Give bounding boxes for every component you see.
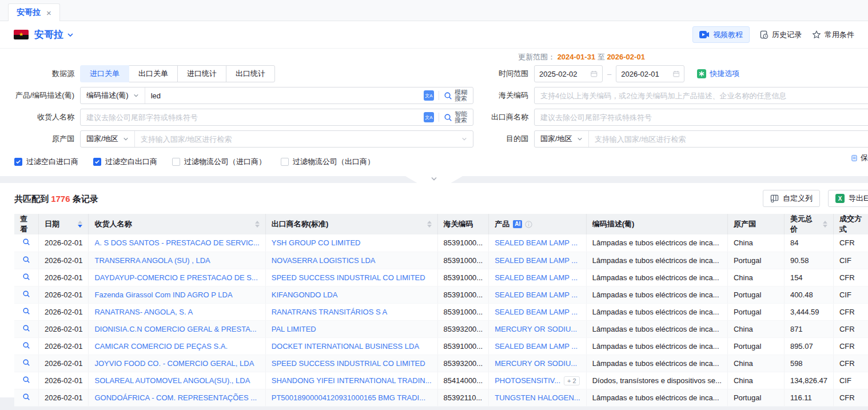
cell-product-link[interactable]: MERCURY OR SODIU... xyxy=(495,325,577,333)
cell-product-link[interactable]: SEALED BEAM LAMP ... xyxy=(495,308,578,316)
customize-columns-button[interactable]: 自定义列 xyxy=(763,190,820,207)
sort-icon[interactable] xyxy=(78,221,82,228)
data-source-tab-0[interactable]: 进口关单 xyxy=(80,65,129,82)
product-keyword-input[interactable] xyxy=(145,87,424,104)
cell-product-link[interactable]: MERCURY OR SODIU... xyxy=(495,359,577,368)
cell-origin-country: Portugal xyxy=(734,256,761,265)
col-header-1[interactable]: 日期 xyxy=(38,214,89,234)
product-field-select[interactable]: 编码描述(葡) xyxy=(81,87,145,104)
col-header-2[interactable]: 收货人名称 xyxy=(89,214,265,234)
col-header-3[interactable]: 出口商名称(标准) xyxy=(265,214,437,234)
col-header-8[interactable]: 美元总价 xyxy=(784,214,833,234)
translate-icon[interactable]: 文A xyxy=(424,112,434,122)
cell-exporter-link[interactable]: NOVASERRA LOGISTICS LDA xyxy=(272,256,376,265)
translate-icon[interactable]: 文A xyxy=(424,90,434,101)
favorites-button[interactable]: 常用条件 xyxy=(812,30,854,40)
smart-search-button[interactable]: 智能搜索 xyxy=(444,111,473,124)
cell-consignee-link[interactable]: TRANSERRA ANGOLA (SU) , LDA xyxy=(94,256,210,265)
cell-consignee-link[interactable]: DAYDAYUP-COMERCIO E PRESTACAO DE S... xyxy=(94,273,257,282)
destination-country-select[interactable]: 国家/地区 xyxy=(535,131,589,147)
view-detail-icon[interactable] xyxy=(22,393,30,401)
cell-consignee-link[interactable]: GONDOÁFRICA - COM. REPRESENTAÇÕES ... xyxy=(94,393,257,402)
chevron-down-icon[interactable] xyxy=(67,31,74,38)
tab-angola[interactable]: 安哥拉 × xyxy=(8,3,60,21)
cell-consignee-link[interactable]: JOYVIO FOOD CO. - COMERCIO GERAL, LDA xyxy=(94,359,254,368)
tab-close-icon[interactable]: × xyxy=(46,8,51,18)
filter-checkbox-0[interactable]: 过滤空白进口商 xyxy=(14,157,78,167)
cell-product-link[interactable]: SEALED BEAM LAMP ... xyxy=(495,238,578,247)
end-date-value[interactable] xyxy=(621,70,669,78)
origin-country-input[interactable] xyxy=(135,131,461,147)
data-source-tab-1[interactable]: 出口关单 xyxy=(129,65,178,82)
cell-consignee-link[interactable]: SOLAREAL AUTOMOVEL ANGOLA(SU)., LDA xyxy=(94,376,250,385)
cell-exporter-link[interactable]: SPEED SUCCESS INDUSTRIAL CO LIMITED xyxy=(272,359,425,368)
chevron-down-icon[interactable] xyxy=(461,135,473,144)
checkbox-label: 过滤空白出口商 xyxy=(105,157,157,167)
filter-checkbox-2[interactable]: 过滤物流公司（进口商） xyxy=(172,157,266,167)
start-date-input[interactable] xyxy=(534,65,603,82)
destination-country-input[interactable] xyxy=(589,131,868,147)
cell-trade-terms: CIF xyxy=(839,376,851,385)
exporter-input[interactable] xyxy=(535,113,868,122)
cell-consignee-link[interactable]: CAMICAR COMERCIO DE PEÇAS S.A. xyxy=(94,342,228,351)
info-icon[interactable] xyxy=(525,221,532,228)
quick-options-button[interactable]: 快捷选项 xyxy=(697,69,739,79)
origin-country-select[interactable]: 国家/地区 xyxy=(81,131,135,147)
cell-consignee-link[interactable]: A. S DOS SANTOS - PRESTACAO DE SERVIC... xyxy=(94,238,259,247)
export-excel-button[interactable]: X 导出Exc xyxy=(828,190,868,207)
consignee-input[interactable] xyxy=(81,109,424,125)
data-source-tab-2[interactable]: 进口统计 xyxy=(177,65,226,82)
cell-product-link[interactable]: PHOTOSENSITIV... xyxy=(495,376,560,385)
col-header-label: 编码描述(葡) xyxy=(592,219,635,229)
sort-icon[interactable] xyxy=(823,221,827,228)
cell-exporter-link[interactable]: PT50018900004120931000165 BMG TRADI... xyxy=(272,393,425,402)
view-detail-icon[interactable] xyxy=(22,307,30,315)
product-label: 产品/编码描述(葡) xyxy=(0,90,80,101)
cell-consignee-link[interactable]: Fazenda Girassol Com IND AGRO P LDA xyxy=(94,290,232,299)
view-detail-icon[interactable] xyxy=(22,273,30,281)
fuzzy-search-button[interactable]: 模糊搜索 xyxy=(444,89,473,102)
cell-consignee-link[interactable]: DIONISIA.C.N COMERCIO GERAL & PRESTA... xyxy=(94,325,256,333)
cell-exporter-link[interactable]: KIFANGONDO LDA xyxy=(272,290,338,299)
cell-product-link[interactable]: SEALED BEAM LAMP ... xyxy=(495,256,578,265)
video-tutorial-button[interactable]: 视频教程 xyxy=(692,26,750,43)
cell-trade-terms: CFR xyxy=(839,359,855,368)
data-source-tab-3[interactable]: 出口统计 xyxy=(226,65,275,82)
view-detail-icon[interactable] xyxy=(22,376,30,384)
quick-options-label: 快捷选项 xyxy=(710,69,739,79)
product-more-badge[interactable]: + 2 xyxy=(564,376,580,385)
hs-code-input[interactable] xyxy=(535,91,868,100)
end-date-input[interactable] xyxy=(616,65,684,82)
sort-icon[interactable] xyxy=(427,221,432,228)
start-date-value[interactable] xyxy=(539,70,587,78)
cell-usd-total: 871 xyxy=(790,325,803,333)
cell-product-link[interactable]: SEALED BEAM LAMP ... xyxy=(495,342,578,351)
corner-cut-button[interactable]: 保 xyxy=(851,153,868,163)
view-detail-icon[interactable] xyxy=(22,324,30,332)
cell-exporter-link[interactable]: YSH GROUP CO LIMITED xyxy=(272,238,361,247)
filter-checkbox-3[interactable]: 过滤物流公司（出口商） xyxy=(281,157,375,167)
filter-panel: 数据源 进口关单出口关单进口统计出口统计 更新范围： 2024-01-31 至 … xyxy=(0,49,868,176)
view-detail-icon[interactable] xyxy=(22,238,30,246)
view-detail-icon[interactable] xyxy=(22,341,30,349)
table-row-7: 2026-02-01JOYVIO FOOD CO. - COMERCIO GER… xyxy=(14,355,868,372)
cell-product-link[interactable]: SEALED BEAM LAMP ... xyxy=(495,273,578,282)
view-detail-icon[interactable] xyxy=(22,256,30,264)
results-count-suffix: 条记录 xyxy=(73,194,98,204)
cell-consignee-link[interactable]: RANATRANS- ANGOLA, S. A xyxy=(94,308,193,316)
country-selector[interactable]: 安哥拉 xyxy=(34,28,63,41)
filter-checkbox-1[interactable]: 过滤空白出口商 xyxy=(93,157,157,167)
cell-exporter-link[interactable]: PAL LIMITED xyxy=(272,325,316,333)
cell-product-link[interactable]: SEALED BEAM LAMP ... xyxy=(495,290,578,299)
tab-bar: 安哥拉 × xyxy=(0,0,868,21)
cell-exporter-link[interactable]: DOCKET INTERNATIONAL BUSINESS LDA xyxy=(272,342,419,351)
cell-exporter-link[interactable]: SPEED SUCCESS INDUSTRIAL CO LIMITED xyxy=(272,273,425,282)
view-detail-icon[interactable] xyxy=(22,290,30,298)
cell-exporter-link[interactable]: RANATRANS TRANSITÁRIOS S A xyxy=(272,308,388,316)
view-detail-icon[interactable] xyxy=(22,359,30,367)
cell-exporter-link[interactable]: SHANDONG YIFEI INTERNATIONAL TRADIN... xyxy=(272,376,432,385)
sort-icon[interactable] xyxy=(255,221,260,228)
origin-country-group: 国家/地区 xyxy=(80,130,473,148)
history-button[interactable]: 历史记录 xyxy=(760,30,802,40)
cell-product-link[interactable]: TUNGSTEN HALOGEN... xyxy=(495,393,580,402)
